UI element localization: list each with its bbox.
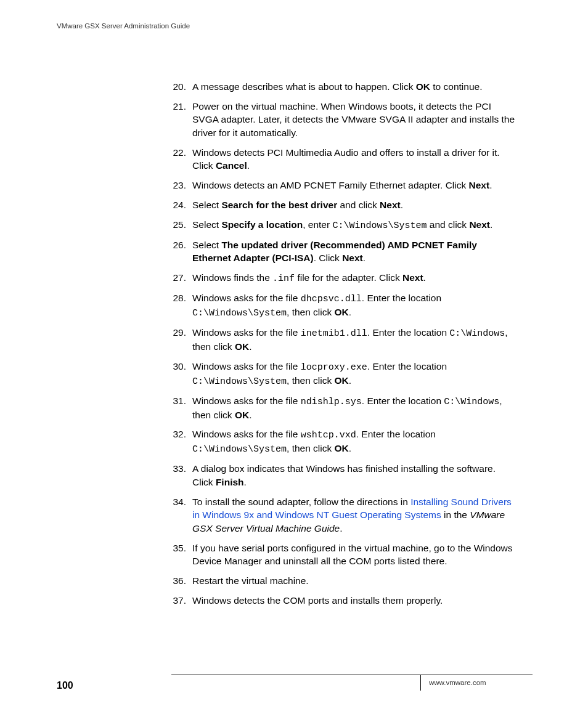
step-number: 37. bbox=[171, 594, 186, 607]
step-text: , then click bbox=[287, 375, 335, 386]
ui-label: OK bbox=[335, 443, 349, 453]
step-27: 27. Windows finds the .inf file for the … bbox=[171, 271, 518, 285]
step-text: . bbox=[247, 160, 250, 171]
step-number: 21. bbox=[171, 100, 186, 113]
main-content: 20. A message describes what is about to… bbox=[171, 80, 518, 613]
code-path: C:\Windows\System bbox=[332, 221, 427, 231]
step-text: . bbox=[349, 375, 351, 386]
ui-label: OK bbox=[235, 410, 249, 420]
ui-label: Specify a location bbox=[221, 219, 303, 230]
code-path: C:\Windows\System bbox=[192, 308, 287, 318]
step-28: 28. Windows asks for the file dhcpsvc.dl… bbox=[171, 291, 518, 320]
step-number: 35. bbox=[171, 542, 186, 555]
step-text: . bbox=[340, 523, 342, 533]
step-36: 36. Restart the virtual machine. bbox=[171, 574, 518, 588]
step-text: . Enter the location bbox=[367, 327, 450, 338]
step-text: . Enter the location bbox=[362, 293, 441, 303]
ui-label: Next bbox=[380, 200, 401, 210]
step-text: Select bbox=[192, 200, 221, 210]
code-path: C:\Windows\System bbox=[192, 376, 287, 387]
ui-label: Search for the best driver bbox=[221, 200, 337, 210]
step-text: . Enter the location bbox=[356, 429, 436, 439]
step-text: Windows detects an AMD PCNET Family Ethe… bbox=[192, 180, 469, 190]
step-text: Windows finds the bbox=[192, 272, 272, 283]
step-text: file for the adapter. Click bbox=[295, 272, 402, 283]
step-34: 34. To install the sound adapter, follow… bbox=[171, 495, 518, 535]
step-37: 37. Windows detects the COM ports and in… bbox=[171, 594, 518, 607]
step-text: . bbox=[249, 341, 251, 352]
step-text: Select bbox=[192, 219, 221, 230]
step-35: 35. If you have serial ports configured … bbox=[171, 542, 518, 568]
step-number: 22. bbox=[171, 146, 186, 160]
step-number: 32. bbox=[171, 428, 186, 441]
footer-url: www.vmware.com bbox=[429, 678, 486, 688]
code-path: C:\Windows\System bbox=[192, 444, 287, 455]
step-text: A message describes what is about to hap… bbox=[192, 81, 416, 92]
code-file: inetmib1.dll bbox=[301, 328, 367, 339]
step-25: 25. Select Specify a location, enter C:\… bbox=[171, 218, 518, 232]
code-path: C:\Windows bbox=[444, 397, 499, 407]
code-file: dhcpsvc.dll bbox=[301, 294, 362, 304]
step-text: . bbox=[363, 253, 365, 263]
code-file: .inf bbox=[272, 274, 295, 284]
step-32: 32. Windows asks for the file wshtcp.vxd… bbox=[171, 428, 518, 456]
step-text: Select bbox=[192, 240, 221, 250]
step-text: Windows asks for the file bbox=[192, 429, 301, 439]
step-21: 21. Power on the virtual machine. When W… bbox=[171, 100, 518, 140]
step-30: 30. Windows asks for the file locproxy.e… bbox=[171, 360, 518, 388]
step-number: 30. bbox=[171, 360, 186, 373]
step-26: 26. Select The updated driver (Recommend… bbox=[171, 238, 518, 265]
step-number: 24. bbox=[171, 198, 186, 212]
step-22: 22. Windows detects PCI Multimedia Audio… bbox=[171, 146, 518, 172]
step-text: . Enter the location bbox=[362, 396, 444, 406]
step-text: Windows detects the COM ports and instal… bbox=[192, 595, 443, 606]
step-number: 29. bbox=[171, 326, 186, 339]
step-text: in the bbox=[441, 509, 470, 520]
code-file: wshtcp.vxd bbox=[301, 430, 356, 440]
step-number: 25. bbox=[171, 218, 186, 232]
step-text: and click bbox=[337, 200, 380, 210]
step-number: 31. bbox=[171, 394, 186, 408]
step-20: 20. A message describes what is about to… bbox=[171, 80, 518, 94]
ui-label: OK bbox=[235, 341, 249, 352]
step-text: To install the sound adapter, follow the… bbox=[192, 497, 410, 507]
step-23: 23. Windows detects an AMD PCNET Family … bbox=[171, 179, 518, 192]
step-number: 26. bbox=[171, 238, 186, 252]
step-number: 28. bbox=[171, 291, 186, 305]
step-text: If you have serial ports configured in t… bbox=[192, 543, 513, 567]
step-number: 27. bbox=[171, 271, 186, 285]
step-text: to continue. bbox=[430, 81, 482, 92]
step-number: 33. bbox=[171, 462, 186, 476]
code-path: C:\Windows bbox=[449, 328, 505, 339]
step-text: Power on the virtual machine. When Windo… bbox=[192, 101, 515, 138]
ui-label: Finish bbox=[216, 477, 244, 487]
ui-label: OK bbox=[335, 307, 349, 317]
step-text: Windows asks for the file bbox=[192, 361, 301, 371]
ui-label: Next bbox=[469, 180, 490, 190]
step-number: 23. bbox=[171, 179, 186, 192]
step-text: . Click bbox=[314, 253, 343, 263]
step-text: , then click bbox=[287, 307, 335, 317]
step-text: . bbox=[244, 477, 247, 487]
step-text: . bbox=[349, 443, 351, 453]
step-29: 29. Windows asks for the file inetmib1.d… bbox=[171, 326, 518, 354]
footer-rule bbox=[171, 675, 533, 675]
ui-label: Next bbox=[469, 219, 490, 230]
step-24: 24. Select Search for the best driver an… bbox=[171, 198, 518, 212]
step-text: . bbox=[401, 200, 403, 210]
ui-label: Next bbox=[402, 272, 423, 283]
ui-label: Cancel bbox=[216, 160, 247, 171]
step-number: 20. bbox=[171, 80, 186, 94]
step-text: Restart the virtual machine. bbox=[192, 575, 309, 586]
ui-label: OK bbox=[416, 81, 430, 92]
step-number: 34. bbox=[171, 495, 186, 509]
step-text: . Enter the location bbox=[367, 361, 447, 371]
step-text: Windows asks for the file bbox=[192, 327, 301, 338]
ui-label: OK bbox=[335, 375, 349, 386]
step-text: , enter bbox=[303, 219, 332, 230]
step-text: . bbox=[489, 180, 492, 190]
step-text: Windows asks for the file bbox=[192, 293, 301, 303]
ui-label: Next bbox=[342, 253, 363, 263]
code-file: locproxy.exe bbox=[301, 362, 367, 373]
page-number: 100 bbox=[57, 679, 73, 692]
